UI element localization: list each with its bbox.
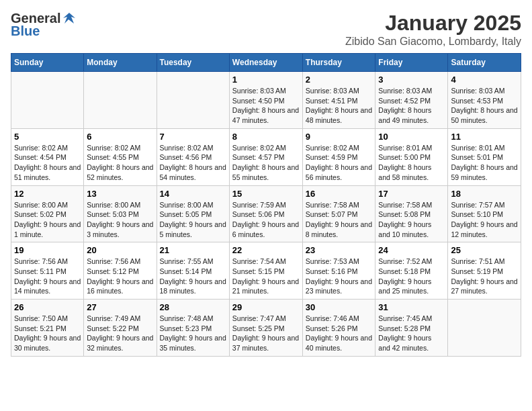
calendar-cell: 21Sunrise: 7:55 AM Sunset: 5:14 PM Dayli… bbox=[157, 242, 229, 300]
day-number: 13 bbox=[87, 189, 153, 199]
logo-blue-text: Blue bbox=[11, 24, 40, 39]
day-info: Sunrise: 7:57 AM Sunset: 5:10 PM Dayligh… bbox=[451, 200, 518, 240]
calendar-cell: 6Sunrise: 8:02 AM Sunset: 4:55 PM Daylig… bbox=[84, 128, 157, 185]
calendar-cell: 19Sunrise: 7:56 AM Sunset: 5:11 PM Dayli… bbox=[11, 242, 84, 300]
calendar-cell: 13Sunrise: 8:00 AM Sunset: 5:03 PM Dayli… bbox=[84, 185, 157, 242]
day-number: 3 bbox=[378, 75, 445, 85]
day-number: 17 bbox=[378, 189, 445, 199]
day-number: 24 bbox=[378, 245, 445, 255]
day-number: 18 bbox=[451, 189, 518, 199]
day-info: Sunrise: 7:55 AM Sunset: 5:14 PM Dayligh… bbox=[160, 257, 226, 296]
calendar-cell: 31Sunrise: 7:45 AM Sunset: 5:28 PM Dayli… bbox=[375, 300, 448, 357]
day-info: Sunrise: 7:58 AM Sunset: 5:08 PM Dayligh… bbox=[378, 200, 445, 240]
day-info: Sunrise: 7:48 AM Sunset: 5:23 PM Dayligh… bbox=[160, 314, 226, 353]
day-info: Sunrise: 8:02 AM Sunset: 4:55 PM Dayligh… bbox=[87, 143, 153, 183]
day-number: 11 bbox=[451, 132, 518, 142]
day-number: 2 bbox=[306, 75, 373, 85]
day-number: 29 bbox=[232, 302, 300, 312]
day-number: 23 bbox=[306, 245, 373, 255]
day-info: Sunrise: 7:54 AM Sunset: 5:15 PM Dayligh… bbox=[232, 257, 300, 296]
day-info: Sunrise: 8:02 AM Sunset: 4:59 PM Dayligh… bbox=[306, 143, 373, 183]
calendar-cell: 22Sunrise: 7:54 AM Sunset: 5:15 PM Dayli… bbox=[229, 242, 302, 300]
calendar-cell: 23Sunrise: 7:53 AM Sunset: 5:16 PM Dayli… bbox=[302, 242, 375, 300]
calendar-cell: 14Sunrise: 8:00 AM Sunset: 5:05 PM Dayli… bbox=[157, 185, 229, 242]
day-info: Sunrise: 8:00 AM Sunset: 5:05 PM Dayligh… bbox=[160, 200, 226, 240]
calendar-cell: 5Sunrise: 8:02 AM Sunset: 4:54 PM Daylig… bbox=[11, 128, 84, 185]
calendar-cell: 27Sunrise: 7:49 AM Sunset: 5:22 PM Dayli… bbox=[84, 300, 157, 357]
calendar-cell bbox=[11, 72, 84, 129]
calendar-title-area: January 2025 Zibido San Giacomo, Lombard… bbox=[345, 11, 521, 48]
day-number: 30 bbox=[306, 302, 373, 312]
header-saturday: Saturday bbox=[448, 54, 521, 72]
day-number: 10 bbox=[378, 132, 445, 142]
calendar-cell: 28Sunrise: 7:48 AM Sunset: 5:23 PM Dayli… bbox=[157, 300, 229, 357]
header-wednesday: Wednesday bbox=[229, 54, 302, 72]
day-info: Sunrise: 8:01 AM Sunset: 5:00 PM Dayligh… bbox=[378, 143, 445, 183]
calendar-cell: 9Sunrise: 8:02 AM Sunset: 4:59 PM Daylig… bbox=[302, 128, 375, 185]
header-tuesday: Tuesday bbox=[157, 54, 229, 72]
calendar-cell: 15Sunrise: 7:59 AM Sunset: 5:06 PM Dayli… bbox=[229, 185, 302, 242]
day-info: Sunrise: 8:03 AM Sunset: 4:52 PM Dayligh… bbox=[378, 86, 445, 126]
day-info: Sunrise: 7:45 AM Sunset: 5:28 PM Dayligh… bbox=[378, 314, 445, 353]
day-number: 27 bbox=[87, 302, 153, 312]
day-info: Sunrise: 8:02 AM Sunset: 4:56 PM Dayligh… bbox=[160, 143, 226, 183]
calendar-cell: 30Sunrise: 7:46 AM Sunset: 5:26 PM Dayli… bbox=[302, 300, 375, 357]
calendar-cell: 16Sunrise: 7:58 AM Sunset: 5:07 PM Dayli… bbox=[302, 185, 375, 242]
day-info: Sunrise: 7:51 AM Sunset: 5:19 PM Dayligh… bbox=[451, 257, 518, 296]
day-info: Sunrise: 8:03 AM Sunset: 4:53 PM Dayligh… bbox=[451, 86, 518, 126]
day-info: Sunrise: 8:03 AM Sunset: 4:50 PM Dayligh… bbox=[232, 86, 300, 126]
week-row-5: 26Sunrise: 7:50 AM Sunset: 5:21 PM Dayli… bbox=[11, 300, 521, 357]
day-number: 4 bbox=[451, 75, 518, 85]
day-info: Sunrise: 8:00 AM Sunset: 5:03 PM Dayligh… bbox=[87, 200, 153, 240]
calendar-cell: 10Sunrise: 8:01 AM Sunset: 5:00 PM Dayli… bbox=[375, 128, 448, 185]
day-info: Sunrise: 7:49 AM Sunset: 5:22 PM Dayligh… bbox=[87, 314, 153, 353]
calendar-cell: 1Sunrise: 8:03 AM Sunset: 4:50 PM Daylig… bbox=[229, 72, 302, 129]
calendar-cell: 18Sunrise: 7:57 AM Sunset: 5:10 PM Dayli… bbox=[448, 185, 521, 242]
day-info: Sunrise: 7:50 AM Sunset: 5:21 PM Dayligh… bbox=[14, 314, 81, 353]
day-number: 28 bbox=[160, 302, 226, 312]
day-number: 20 bbox=[87, 245, 153, 255]
week-row-3: 12Sunrise: 8:00 AM Sunset: 5:02 PM Dayli… bbox=[11, 185, 521, 242]
day-info: Sunrise: 8:02 AM Sunset: 4:57 PM Dayligh… bbox=[232, 143, 300, 183]
day-number: 22 bbox=[232, 245, 300, 255]
day-info: Sunrise: 8:03 AM Sunset: 4:51 PM Dayligh… bbox=[306, 86, 373, 126]
day-info: Sunrise: 7:47 AM Sunset: 5:25 PM Dayligh… bbox=[232, 314, 300, 353]
day-info: Sunrise: 7:56 AM Sunset: 5:12 PM Dayligh… bbox=[87, 257, 153, 296]
day-number: 9 bbox=[306, 132, 373, 142]
calendar-cell: 8Sunrise: 8:02 AM Sunset: 4:57 PM Daylig… bbox=[229, 128, 302, 185]
logo: General Blue bbox=[11, 11, 77, 39]
svg-marker-0 bbox=[63, 13, 75, 24]
day-number: 15 bbox=[232, 189, 300, 199]
day-number: 16 bbox=[306, 189, 373, 199]
calendar-table: SundayMondayTuesdayWednesdayThursdayFrid… bbox=[11, 53, 521, 357]
day-number: 6 bbox=[87, 132, 153, 142]
calendar-cell bbox=[84, 72, 157, 129]
day-info: Sunrise: 7:56 AM Sunset: 5:11 PM Dayligh… bbox=[14, 257, 81, 296]
day-number: 21 bbox=[160, 245, 226, 255]
day-number: 26 bbox=[14, 302, 81, 312]
calendar-cell: 11Sunrise: 8:01 AM Sunset: 5:01 PM Dayli… bbox=[448, 128, 521, 185]
calendar-cell: 17Sunrise: 7:58 AM Sunset: 5:08 PM Dayli… bbox=[375, 185, 448, 242]
header-friday: Friday bbox=[375, 54, 448, 72]
day-info: Sunrise: 8:02 AM Sunset: 4:54 PM Dayligh… bbox=[14, 143, 81, 183]
day-number: 1 bbox=[232, 75, 300, 85]
calendar-cell: 4Sunrise: 8:03 AM Sunset: 4:53 PM Daylig… bbox=[448, 72, 521, 129]
calendar-cell bbox=[448, 300, 521, 357]
calendar-cell: 2Sunrise: 8:03 AM Sunset: 4:51 PM Daylig… bbox=[302, 72, 375, 129]
day-info: Sunrise: 7:59 AM Sunset: 5:06 PM Dayligh… bbox=[232, 200, 300, 240]
calendar-cell: 25Sunrise: 7:51 AM Sunset: 5:19 PM Dayli… bbox=[448, 242, 521, 300]
calendar-cell: 3Sunrise: 8:03 AM Sunset: 4:52 PM Daylig… bbox=[375, 72, 448, 129]
day-number: 7 bbox=[160, 132, 226, 142]
logo-bird-icon bbox=[62, 11, 77, 26]
day-info: Sunrise: 7:46 AM Sunset: 5:26 PM Dayligh… bbox=[306, 314, 373, 353]
week-row-4: 19Sunrise: 7:56 AM Sunset: 5:11 PM Dayli… bbox=[11, 242, 521, 300]
day-number: 5 bbox=[14, 132, 81, 142]
calendar-title: January 2025 bbox=[345, 11, 521, 36]
day-info: Sunrise: 7:58 AM Sunset: 5:07 PM Dayligh… bbox=[306, 200, 373, 240]
header-thursday: Thursday bbox=[302, 54, 375, 72]
calendar-cell: 29Sunrise: 7:47 AM Sunset: 5:25 PM Dayli… bbox=[229, 300, 302, 357]
page-header: General Blue January 2025 Zibido San Gia… bbox=[11, 11, 521, 48]
calendar-cell: 12Sunrise: 8:00 AM Sunset: 5:02 PM Dayli… bbox=[11, 185, 84, 242]
calendar-subtitle: Zibido San Giacomo, Lombardy, Italy bbox=[345, 36, 521, 48]
week-row-1: 1Sunrise: 8:03 AM Sunset: 4:50 PM Daylig… bbox=[11, 72, 521, 129]
